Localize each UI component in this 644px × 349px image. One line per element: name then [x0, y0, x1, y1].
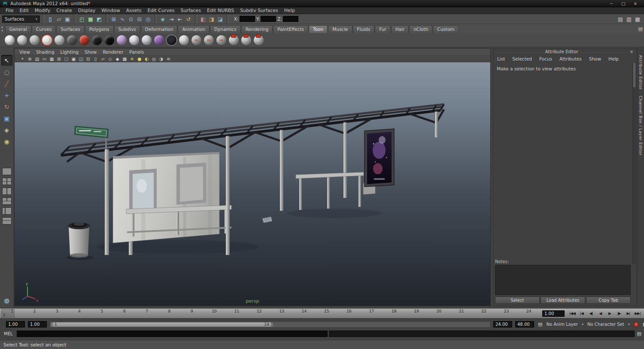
- xray-icon[interactable]: ◑: [158, 55, 165, 62]
- shelf-tab[interactable]: Custom: [433, 25, 459, 33]
- toon-reverse-surfaces[interactable]: [154, 35, 164, 45]
- panel-drag-grip[interactable]: [497, 51, 543, 52]
- close-button[interactable]: ×: [629, 0, 641, 7]
- menu-item[interactable]: Edit NURBS: [204, 8, 237, 13]
- animation-start-field[interactable]: 1.00: [6, 321, 25, 328]
- chevron-down-icon[interactable]: ▾: [627, 322, 631, 326]
- menu-item[interactable]: Create: [53, 8, 75, 13]
- select-hierarchy-icon[interactable]: ◰: [78, 15, 86, 23]
- menu-item[interactable]: Subdiv Surfaces: [237, 8, 281, 13]
- menu-item[interactable]: Display: [75, 8, 99, 13]
- shelf-tab[interactable]: Polygons: [85, 25, 114, 33]
- panel-menu-item[interactable]: Panels: [126, 49, 147, 55]
- toolbar-group-divider[interactable]: [194, 15, 197, 23]
- textures-icon[interactable]: ◐: [143, 55, 150, 62]
- film-gate-icon[interactable]: ▢: [63, 55, 70, 62]
- two-pane-side-by-side-layout[interactable]: [2, 188, 12, 195]
- step-back-key-button[interactable]: ◀|: [586, 311, 596, 316]
- open-scene-icon[interactable]: ▱: [55, 15, 63, 23]
- three-pane-split-layout[interactable]: [2, 197, 12, 205]
- anim-layer-selector[interactable]: No Anim Layer: [546, 322, 578, 327]
- menu-item[interactable]: Assets: [123, 8, 145, 13]
- trash-can[interactable]: [68, 222, 90, 258]
- wireframe-icon[interactable]: ◇: [106, 55, 114, 62]
- range-handle-right-grip[interactable]: [271, 322, 273, 327]
- gate-mask-icon[interactable]: ◫: [77, 55, 85, 62]
- shelf-tab[interactable]: Dynamics: [210, 25, 241, 33]
- construction-history-icon[interactable]: ↺: [184, 15, 193, 23]
- single-pane-layout[interactable]: [2, 168, 12, 175]
- field-chart-icon[interactable]: ⊟: [85, 55, 92, 62]
- new-scene-icon[interactable]: ▯: [46, 15, 55, 23]
- shelf-tab[interactable]: Fur: [375, 25, 390, 33]
- toolbar-group-divider[interactable]: [154, 15, 157, 23]
- load-attributes-button[interactable]: Load Attributes: [541, 297, 585, 304]
- animation-end-field[interactable]: 48.00: [515, 321, 534, 328]
- toggle-tool-settings-icon[interactable]: ▥: [625, 15, 633, 23]
- move-tool[interactable]: +: [1, 90, 12, 100]
- select-object-icon[interactable]: ■: [86, 15, 95, 23]
- grid-icon[interactable]: ⊞: [55, 55, 63, 62]
- shelf-tab[interactable]: General: [5, 25, 31, 33]
- shelf-tab[interactable]: PaintEffects: [273, 25, 308, 33]
- range-slider-handle[interactable]: 1 24: [51, 322, 273, 327]
- menu-item[interactable]: File: [3, 8, 16, 13]
- toon-assign-outline[interactable]: [129, 35, 139, 45]
- persp-outliner-layout[interactable]: [2, 207, 12, 215]
- step-forward-key-button[interactable]: |▶: [614, 311, 624, 316]
- toggle-attribute-editor-icon[interactable]: ▤: [616, 15, 625, 23]
- snap-to-surfaces-icon[interactable]: ◎: [144, 15, 152, 23]
- toon-fill-flood-white[interactable]: [5, 35, 15, 45]
- shelf-tab[interactable]: Subdivs: [114, 25, 140, 33]
- menu-item[interactable]: Edit: [16, 8, 31, 13]
- chevron-down-icon[interactable]: ▾: [581, 322, 584, 326]
- safe-action-icon[interactable]: ▯: [92, 55, 99, 62]
- playback-start-field[interactable]: 1.00: [28, 321, 47, 328]
- toolbar-group-divider[interactable]: [226, 15, 229, 23]
- coord-input[interactable]: [283, 16, 298, 22]
- anim-layer-icon[interactable]: ▤: [537, 322, 543, 327]
- minimize-button[interactable]: ─: [605, 0, 617, 7]
- toon-fill-light-angle[interactable]: [55, 35, 64, 45]
- maximize-button[interactable]: □: [617, 0, 629, 7]
- toon-outline-black[interactable]: [104, 35, 114, 45]
- exposure-icon[interactable]: ≡: [165, 55, 172, 62]
- go-to-start-button[interactable]: |◀◀: [568, 311, 577, 316]
- toon-assign-fill-shader[interactable]: [117, 35, 127, 45]
- panel-menu-item[interactable]: View: [16, 49, 33, 55]
- hypershade-persp-layout[interactable]: [2, 217, 12, 225]
- toon-hide-outlines[interactable]: [167, 35, 176, 45]
- sidebar-tab-channel-box[interactable]: Channel Box / Layer Editor: [638, 96, 643, 156]
- toon-paintfx-marker-3[interactable]: [254, 35, 264, 45]
- step-back-frame-button[interactable]: |◀: [577, 311, 586, 316]
- attribute-editor-menu-item[interactable]: Attributes: [559, 56, 582, 61]
- character-set-selector[interactable]: No Character Set: [587, 322, 624, 327]
- shelf-tab[interactable]: Deformation: [141, 25, 178, 33]
- auto-keyframe-toggle[interactable]: [634, 322, 639, 327]
- render-current-frame-icon[interactable]: ◧: [199, 15, 207, 23]
- go-to-end-button[interactable]: ▶▶|: [633, 311, 642, 316]
- image-plane-icon[interactable]: ▦: [48, 55, 55, 62]
- play-backwards-button[interactable]: ◀: [595, 311, 605, 316]
- toolbar-group-divider[interactable]: [42, 15, 44, 23]
- camera-attributes-icon[interactable]: ▤: [33, 55, 41, 62]
- select-component-icon[interactable]: ◩: [95, 15, 103, 23]
- toon-fill-solid-outline[interactable]: [42, 35, 52, 45]
- play-forwards-button[interactable]: ▶: [605, 311, 614, 316]
- resolution-gate-icon[interactable]: ▣: [70, 55, 77, 62]
- shaded-icon[interactable]: ◆: [114, 55, 121, 62]
- lock-camera-icon[interactable]: ⊚: [26, 55, 33, 62]
- scrollbar-thumb[interactable]: [633, 63, 635, 87]
- attribute-editor-menu-item[interactable]: Selected: [512, 56, 532, 61]
- toon-line-width-modifier[interactable]: [191, 35, 201, 45]
- attribute-editor-scrollbar[interactable]: [632, 63, 636, 264]
- menu-item[interactable]: Help: [281, 8, 298, 13]
- shelf-tab[interactable]: Animation: [178, 25, 210, 33]
- toon-fill-shaded-brightness[interactable]: [30, 35, 39, 45]
- select-button[interactable]: Select: [495, 297, 540, 304]
- toon-paintfx-marker-2[interactable]: [241, 35, 251, 45]
- shelf-tab[interactable]: nCloth: [409, 25, 432, 33]
- current-frame-indicator[interactable]: 1: [1, 309, 15, 318]
- time-slider[interactable]: 123456789101112131415161718192021222324 …: [0, 308, 644, 319]
- viewport-3d-view[interactable]: y x persp: [15, 62, 490, 306]
